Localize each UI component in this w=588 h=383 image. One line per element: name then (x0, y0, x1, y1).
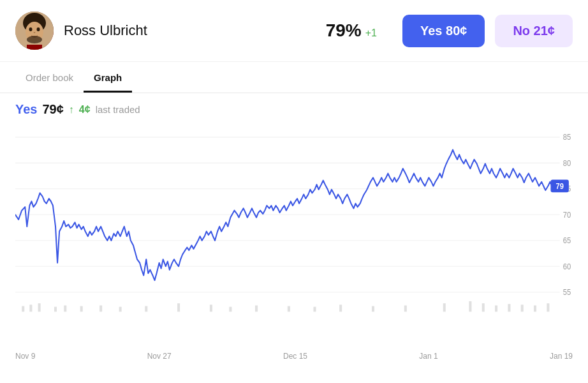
header: Ross Ulbricht 79% +1 Yes 80¢ No 21¢ (0, 0, 588, 62)
svg-rect-34 (288, 306, 290, 312)
svg-rect-25 (64, 305, 66, 312)
x-label-jan19: Jan 19 (550, 352, 573, 361)
avatar-image (15, 11, 54, 50)
svg-rect-38 (404, 305, 407, 312)
x-label-nov27: Nov 27 (147, 352, 172, 361)
price-yes-label: Yes (15, 102, 37, 117)
svg-rect-23 (38, 303, 41, 312)
percentage-value: 79% (326, 20, 362, 41)
chart-container: 85 80 75 70 65 60 55 (15, 123, 573, 347)
svg-rect-40 (469, 301, 471, 312)
svg-rect-24 (54, 307, 57, 312)
no-button[interactable]: No 21¢ (495, 15, 573, 47)
tab-graph[interactable]: Graph (84, 64, 132, 93)
svg-point-4 (37, 27, 40, 31)
svg-rect-41 (482, 303, 485, 312)
svg-rect-28 (119, 307, 122, 312)
yes-button[interactable]: Yes 80¢ (402, 15, 485, 47)
svg-rect-30 (177, 303, 180, 312)
svg-rect-42 (495, 305, 497, 312)
svg-text:60: 60 (563, 262, 571, 270)
x-axis-labels: Nov 9 Nov 27 Dec 15 Jan 1 Jan 19 (15, 349, 573, 361)
svg-rect-44 (521, 304, 524, 312)
price-change: 4¢ (79, 104, 91, 116)
x-label-jan1: Jan 1 (419, 352, 437, 361)
svg-rect-39 (443, 303, 446, 312)
percentage-group: 79% +1 (326, 20, 377, 41)
svg-rect-31 (210, 304, 212, 312)
x-label-dec15: Dec 15 (283, 352, 307, 361)
svg-rect-6 (27, 45, 42, 50)
svg-rect-35 (313, 307, 316, 312)
svg-rect-21 (22, 306, 24, 312)
chart-header: Yes 79¢ ↑ 4¢ last traded (0, 93, 588, 117)
svg-rect-36 (339, 304, 342, 312)
up-arrow-icon: ↑ (69, 104, 74, 116)
avatar (15, 11, 54, 50)
price-amount: 79¢ (42, 102, 63, 117)
svg-rect-22 (29, 304, 32, 312)
svg-point-3 (29, 27, 33, 31)
svg-rect-43 (508, 304, 510, 312)
tab-order-book[interactable]: Order book (15, 64, 84, 93)
person-name: Ross Ulbricht (64, 22, 316, 39)
svg-rect-33 (255, 305, 258, 312)
svg-text:79: 79 (555, 181, 564, 190)
svg-rect-29 (145, 306, 147, 312)
svg-rect-27 (99, 305, 102, 312)
price-chart[interactable]: 85 80 75 70 65 60 55 (15, 123, 573, 347)
svg-point-5 (27, 36, 42, 43)
svg-text:65: 65 (563, 236, 571, 244)
x-label-nov9: Nov 9 (15, 352, 35, 361)
svg-rect-46 (547, 303, 549, 312)
svg-text:55: 55 (563, 288, 571, 296)
price-line: Yes 79¢ ↑ 4¢ last traded (15, 102, 573, 117)
price-description: last traded (96, 104, 140, 115)
svg-rect-32 (229, 307, 232, 312)
tabs-bar: Order book Graph (0, 64, 588, 93)
svg-text:85: 85 (563, 133, 571, 141)
svg-rect-26 (80, 306, 83, 312)
svg-text:80: 80 (563, 158, 571, 167)
percentage-change: +1 (365, 27, 377, 39)
svg-text:70: 70 (563, 210, 571, 218)
svg-rect-45 (534, 305, 536, 312)
svg-rect-37 (372, 306, 374, 312)
